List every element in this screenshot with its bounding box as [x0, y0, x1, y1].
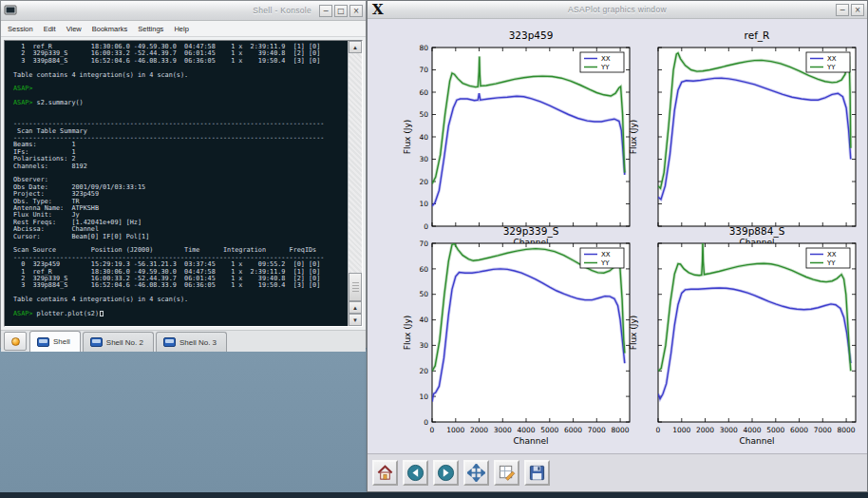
scroll-up2-icon[interactable]: ▲ — [349, 301, 362, 314]
svg-text:0: 0 — [656, 426, 661, 434]
svg-text:YY: YY — [600, 64, 610, 71]
tab-shell-1[interactable]: Shell — [29, 331, 81, 352]
asaplot-window: X ASAPlot graphics window − × 323p459010… — [367, 0, 868, 492]
save-icon — [528, 464, 546, 482]
svg-text:4000: 4000 — [517, 426, 535, 434]
menu-edit[interactable]: Edit — [44, 25, 56, 33]
konsole-titlebar[interactable]: Shell - Konsole − □ × — [1, 1, 366, 21]
svg-text:10: 10 — [419, 200, 428, 208]
asaplot-titlebar[interactable]: X ASAPlot graphics window − × — [368, 1, 867, 19]
pan-button[interactable] — [463, 460, 489, 486]
svg-text:1000: 1000 — [672, 426, 690, 434]
close-button[interactable]: × — [349, 5, 363, 17]
terminal-cursor — [100, 311, 104, 316]
minimize-button[interactable]: − — [836, 4, 849, 16]
shell-icon — [37, 337, 49, 347]
terminal-line: 3 339p884_S 16:52:04.6 -46.08.33.9 06:36… — [13, 58, 348, 65]
terminal-line: ASAP> plotter.plot(s2) — [13, 311, 348, 317]
svg-text:10: 10 — [419, 393, 428, 401]
svg-text:YY: YY — [826, 259, 836, 267]
svg-text:7000: 7000 — [814, 426, 832, 434]
menu-bar: SessionEditViewBookmarksSettingsHelp — [1, 21, 366, 37]
menu-session[interactable]: Session — [8, 25, 33, 33]
svg-text:3000: 3000 — [494, 426, 512, 434]
tab-bar: ShellShell No. 2Shell No. 3 — [1, 330, 366, 352]
subplots-button[interactable] — [494, 460, 519, 486]
svg-text:0: 0 — [430, 426, 435, 434]
konsole-icon — [4, 5, 17, 16]
save-button[interactable] — [524, 460, 550, 486]
svg-text:20: 20 — [419, 367, 428, 375]
svg-text:70: 70 — [419, 66, 428, 74]
svg-text:60: 60 — [419, 265, 428, 274]
svg-text:0: 0 — [424, 222, 428, 231]
forward-button[interactable] — [433, 460, 459, 486]
x11-icon: X — [372, 3, 384, 17]
scrollbar[interactable]: ▲ ▲ ▼ — [348, 41, 362, 326]
svg-text:70: 70 — [419, 239, 428, 248]
scroll-down-icon[interactable]: ▼ — [349, 314, 362, 326]
terminal-line: Cursor: Beam[0] IF[0] Pol[1] — [13, 234, 348, 240]
svg-text:XX: XX — [827, 251, 837, 259]
svg-text:6000: 6000 — [564, 426, 582, 434]
scrollbar-thumb[interactable] — [349, 273, 362, 301]
subplots-icon — [498, 464, 516, 482]
scrollbar-track[interactable] — [349, 53, 362, 301]
forward-icon — [437, 464, 455, 482]
svg-text:8000: 8000 — [612, 426, 630, 434]
bottom-strip — [0, 492, 868, 498]
tab-shell-3[interactable]: Shell No. 3 — [156, 332, 227, 352]
svg-text:60: 60 — [419, 88, 428, 97]
maximize-button[interactable]: □ — [334, 5, 348, 17]
home-button[interactable] — [372, 460, 398, 486]
terminal-line — [13, 170, 348, 177]
shell-icon — [163, 337, 176, 347]
svg-text:40: 40 — [419, 133, 428, 142]
svg-text:YY: YY — [600, 259, 610, 267]
konsole-window: Shell - Konsole − □ × SessionEditViewBoo… — [0, 0, 367, 348]
terminal-frame: 1 ref_R 18:30:06.0 -49.59.30.0 04:47:58 … — [4, 40, 363, 327]
asaplot-title: ASAPlot graphics window — [368, 5, 867, 14]
menu-settings[interactable]: Settings — [138, 25, 163, 33]
tab-label: Shell No. 2 — [106, 338, 143, 347]
svg-text:40: 40 — [419, 316, 428, 324]
terminal-line — [13, 79, 348, 86]
svg-text:Flux (Jy): Flux (Jy) — [403, 120, 412, 155]
desktop: Shell - Konsole − □ × SessionEditViewBoo… — [0, 0, 868, 498]
svg-text:XX: XX — [601, 251, 611, 259]
terminal-output[interactable]: 1 ref_R 18:30:06.0 -49.59.30.0 04:47:58 … — [5, 41, 348, 326]
svg-text:3000: 3000 — [720, 426, 738, 434]
terminal-line: 3 339p884_S 16:52:04.6 -46.08.33.9 06:36… — [13, 282, 348, 289]
svg-text:0: 0 — [424, 418, 428, 427]
svg-text:XX: XX — [827, 55, 837, 63]
svg-text:339p884_S: 339p884_S — [729, 225, 785, 238]
svg-text:5000: 5000 — [766, 426, 784, 434]
new-session-button[interactable] — [4, 332, 27, 351]
terminal-line: ASAP> s2.summary() — [13, 100, 348, 106]
svg-text:20: 20 — [419, 178, 428, 186]
svg-text:XX: XX — [601, 55, 611, 63]
back-button[interactable] — [403, 460, 428, 486]
tab-shell-2[interactable]: Shell No. 2 — [83, 332, 154, 352]
shell-icon — [90, 337, 103, 347]
tab-label: Shell — [53, 337, 70, 346]
svg-text:4000: 4000 — [743, 426, 761, 434]
close-button[interactable]: × — [851, 4, 864, 16]
figure-canvas[interactable]: 323p45901020304050607080XXYYFlux (Jy)Cha… — [368, 19, 867, 453]
svg-text:Flux (Jy): Flux (Jy) — [629, 120, 638, 155]
svg-text:Channel: Channel — [740, 436, 775, 446]
plot-toolbar — [368, 453, 867, 491]
svg-text:30: 30 — [419, 155, 428, 163]
terminal-line: ASAP> — [13, 86, 348, 92]
svg-text:2000: 2000 — [470, 426, 488, 434]
menu-bookmarks[interactable]: Bookmarks — [92, 25, 128, 33]
svg-text:30: 30 — [419, 341, 428, 350]
home-icon — [376, 464, 394, 482]
tab-label: Shell No. 3 — [179, 338, 217, 347]
menu-view[interactable]: View — [66, 25, 82, 33]
svg-text:5000: 5000 — [540, 426, 558, 434]
menu-help[interactable]: Help — [174, 25, 188, 33]
scroll-up-icon[interactable]: ▲ — [349, 41, 362, 53]
svg-text:YY: YY — [826, 64, 836, 71]
minimize-button[interactable]: − — [319, 5, 332, 17]
